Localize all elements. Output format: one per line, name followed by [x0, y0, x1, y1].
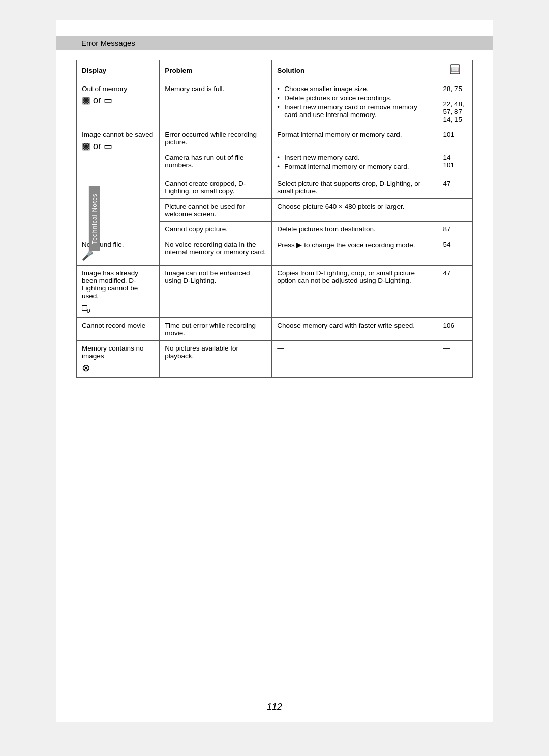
ref-cell: 87	[438, 222, 472, 237]
solution-cell: Choose picture 640 × 480 pixels or large…	[272, 199, 438, 222]
section-header: Error Messages	[56, 36, 493, 50]
solution-cell: Insert new memory card. Format internal …	[272, 150, 438, 176]
problem-cell: Time out error while recording movie.	[160, 317, 272, 340]
ref-cell: 28, 7522, 48,57, 8714, 15	[438, 81, 472, 127]
display-cell: Memory contains no images ⊗	[77, 340, 160, 377]
table-row: Image cannot be saved ▩ or ▭ Error occur…	[77, 127, 473, 150]
error-messages-table: Display Problem Solution 📖 Out of mem	[76, 60, 473, 378]
problem-cell: Picture cannot be used for welcome scree…	[160, 199, 272, 222]
display-cell: Cannot record movie	[77, 317, 160, 340]
problem-cell: Cannot copy picture.	[160, 222, 272, 237]
col-header-ref: 📖	[438, 60, 472, 81]
page-number: 112	[267, 702, 282, 712]
table-row: Image has already been modified. D-Light…	[77, 266, 473, 318]
solution-cell: Select picture that supports crop, D-Lig…	[272, 176, 438, 199]
display-icons: ⊗	[82, 362, 154, 374]
ref-cell: 106	[438, 317, 472, 340]
ref-cell: 54	[438, 237, 472, 266]
table-row: Memory contains no images ⊗ No pictures …	[77, 340, 473, 377]
col-header-solution: Solution	[272, 60, 438, 81]
ref-cell: —	[438, 340, 472, 377]
reference-icon: 📖	[449, 64, 461, 75]
ref-cell: 47	[438, 176, 472, 199]
ref-cell: 101	[438, 127, 472, 150]
problem-cell: Camera has run out of file numbers.	[160, 150, 272, 176]
page-content: Error Messages Technical Notes Display P…	[56, 20, 493, 722]
ref-cell: —	[438, 199, 472, 222]
table-row: No sound file. 🎤 No voice recording data…	[77, 237, 473, 266]
display-icons: ▩ or ▭	[82, 140, 154, 152]
solution-cell: Choose memory card with faster write spe…	[272, 317, 438, 340]
solution-cell: Choose smaller image size. Delete pictur…	[272, 81, 438, 127]
solution-cell: Format internal memory or memory card.	[272, 127, 438, 150]
ref-cell: 47	[438, 266, 472, 318]
tech-notes-label: Technical Notes	[89, 186, 100, 251]
problem-cell: Cannot create cropped, D-Lighting, or sm…	[160, 176, 272, 199]
problem-cell: Image can not be enhanced using D-Lighti…	[160, 266, 272, 318]
section-title: Error Messages	[81, 39, 135, 47]
problem-cell: Error occurred while recording picture.	[160, 127, 272, 150]
problem-cell: No voice recording data in the internal …	[160, 237, 272, 266]
table-row: Out of memory ▩ or ▭ Memory card is full…	[77, 81, 473, 127]
ref-cell: 14101	[438, 150, 472, 176]
display-icons: □D	[82, 302, 154, 314]
problem-cell: Memory card is full.	[160, 81, 272, 127]
solution-cell: Press ▶ to change the voice recording mo…	[272, 237, 438, 266]
problem-cell: No pictures available for playback.	[160, 340, 272, 377]
display-icons: ▩ or ▭	[82, 95, 154, 106]
solution-cell: Copies from D-Lighting, crop, or small p…	[272, 266, 438, 318]
col-header-problem: Problem	[160, 60, 272, 81]
display-cell: Out of memory ▩ or ▭	[77, 81, 160, 127]
display-icons: 🎤	[82, 250, 154, 261]
svg-text:📖: 📖	[451, 65, 460, 74]
display-cell: Image has already been modified. D-Light…	[77, 266, 160, 318]
solution-cell: —	[272, 340, 438, 377]
solution-cell: Delete pictures from destination.	[272, 222, 438, 237]
col-header-display: Display	[77, 60, 160, 81]
table-row: Cannot record movie Time out error while…	[77, 317, 473, 340]
